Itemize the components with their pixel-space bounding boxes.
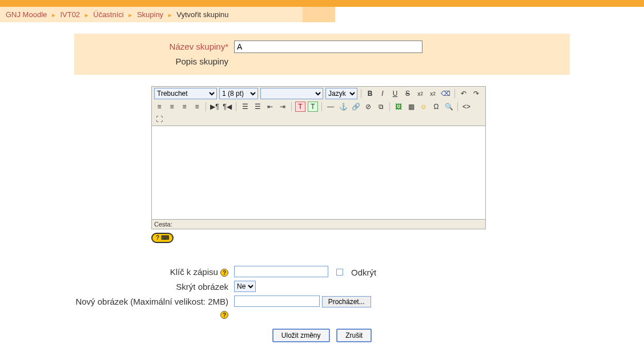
image-icon[interactable]: 🖼 xyxy=(393,102,404,112)
breadcrumb: GNJ Moodle ► IVT02 ► Účastníci ► Skupiny… xyxy=(0,7,644,22)
subscript-icon[interactable]: x2 xyxy=(415,88,425,99)
breadcrumb-sep-icon: ► xyxy=(167,12,173,18)
form-section-lower: Klíč k zápisu ? Odkrýt Skrýt obrázek Ne … xyxy=(74,266,570,344)
style-select[interactable] xyxy=(260,88,323,99)
strikethrough-icon[interactable]: S xyxy=(402,88,413,99)
breadcrumb-sep-icon: ► xyxy=(84,12,90,18)
group-desc-label: Popis skupiny xyxy=(74,55,234,68)
breadcrumb-current: Vytvořit skupinu xyxy=(176,10,228,19)
required-marker: * xyxy=(225,42,228,51)
toolbar-separator xyxy=(361,89,361,98)
font-size-select[interactable]: 1 (8 pt) xyxy=(219,88,258,99)
browse-button[interactable]: Procházet... xyxy=(322,296,371,307)
align-right-icon[interactable]: ≡ xyxy=(179,102,190,112)
toolbar-separator xyxy=(454,89,455,98)
rtl-icon[interactable]: ¶◀ xyxy=(222,102,232,112)
button-row: Uložit změny Zrušit xyxy=(74,323,570,344)
anchor-icon[interactable]: ⚓ xyxy=(338,102,348,112)
italic-icon[interactable]: I xyxy=(377,88,388,99)
font-family-select[interactable]: Trebuchet xyxy=(154,88,217,99)
ordered-list-icon[interactable]: ☰ xyxy=(240,102,250,112)
link-icon[interactable]: 🔗 xyxy=(351,102,361,112)
align-left-icon[interactable]: ≡ xyxy=(154,102,164,112)
clean-icon[interactable]: ⌫ xyxy=(440,88,451,99)
align-justify-icon[interactable]: ≡ xyxy=(192,102,202,112)
lang-select[interactable]: Jazyk xyxy=(325,88,357,99)
help-icon[interactable]: ? xyxy=(220,269,228,277)
save-button[interactable]: Uložit změny xyxy=(272,329,330,342)
toolbar-separator xyxy=(236,102,236,111)
superscript-icon[interactable]: x2 xyxy=(428,88,438,99)
editor-path-bar: Cesta: xyxy=(151,220,486,229)
special-char-icon[interactable]: Ω xyxy=(431,102,441,112)
group-name-input[interactable] xyxy=(234,41,422,53)
toolbar-separator xyxy=(457,102,458,111)
breadcrumb-link-0[interactable]: GNJ Moodle xyxy=(6,10,47,19)
toolbar-separator xyxy=(389,102,390,111)
reveal-label: Odkrýt xyxy=(351,268,376,277)
bg-color-icon[interactable]: T xyxy=(308,102,318,112)
keyboard-help-icon[interactable]: ? ⌨ xyxy=(151,233,174,243)
breadcrumb-sep-icon: ► xyxy=(51,12,57,18)
new-picture-label: Nový obrázek (Maximální velikost: 2MB) ? xyxy=(74,296,234,321)
toolbar-separator xyxy=(321,102,322,111)
hide-picture-label: Skrýt obrázek xyxy=(74,281,234,293)
html-source-icon[interactable]: <> xyxy=(461,102,472,112)
cancel-button[interactable]: Zrušit xyxy=(336,329,372,342)
unlink-icon[interactable]: ⊘ xyxy=(363,102,373,112)
breadcrumb-link-1[interactable]: IVT02 xyxy=(60,10,80,19)
reveal-checkbox[interactable] xyxy=(336,269,343,276)
unordered-list-icon[interactable]: ☰ xyxy=(252,102,263,112)
undo-icon[interactable]: ↶ xyxy=(458,88,469,99)
outdent-icon[interactable]: ⇤ xyxy=(265,102,275,112)
ltr-icon[interactable]: ▶¶ xyxy=(210,102,220,112)
redo-icon[interactable]: ↷ xyxy=(471,88,481,99)
enrolment-key-input[interactable] xyxy=(234,266,328,277)
editor-content-area[interactable] xyxy=(151,126,486,220)
hide-picture-select[interactable]: Ne xyxy=(234,281,256,292)
editor-toolbar-row1: Trebuchet 1 (8 pt) Jazyk B I U S x2 x2 ⌫… xyxy=(151,86,486,100)
help-icon[interactable]: ? xyxy=(220,311,228,319)
editor-toolbar-row2: ≡ ≡ ≡ ≡ ▶¶ ¶◀ ☰ ☰ ⇤ ⇥ T T — ⚓ 🔗 ⊘ ⧉ 🖼 ▦ … xyxy=(151,100,486,126)
editor-section: Trebuchet 1 (8 pt) Jazyk B I U S x2 x2 ⌫… xyxy=(74,86,570,243)
nolink-icon[interactable]: ⧉ xyxy=(376,102,386,112)
underline-icon[interactable]: U xyxy=(390,88,400,99)
hr-icon[interactable]: — xyxy=(325,102,336,112)
align-center-icon[interactable]: ≡ xyxy=(167,102,177,112)
toolbar-separator xyxy=(206,102,206,111)
search-replace-icon[interactable]: 🔍 xyxy=(444,102,454,112)
group-name-label: Název skupiny* xyxy=(74,41,234,53)
table-icon[interactable]: ▦ xyxy=(406,102,416,112)
bold-icon[interactable]: B xyxy=(365,88,375,99)
enrolment-key-label: Klíč k zápisu ? xyxy=(74,266,234,278)
breadcrumb-link-3[interactable]: Skupiny xyxy=(137,10,163,19)
text-color-icon[interactable]: T xyxy=(295,102,305,112)
fullscreen-icon[interactable]: ⛶ xyxy=(154,114,164,124)
breadcrumb-sep-icon: ► xyxy=(127,12,133,18)
smiley-icon[interactable]: ☺ xyxy=(418,102,429,112)
top-accent-bar xyxy=(0,0,644,7)
new-picture-input[interactable] xyxy=(234,296,320,307)
toolbar-separator xyxy=(291,102,292,111)
breadcrumb-link-2[interactable]: Účastníci xyxy=(93,10,123,19)
form-section-name: Název skupiny* Popis skupiny xyxy=(74,34,570,75)
indent-icon[interactable]: ⇥ xyxy=(277,102,288,112)
